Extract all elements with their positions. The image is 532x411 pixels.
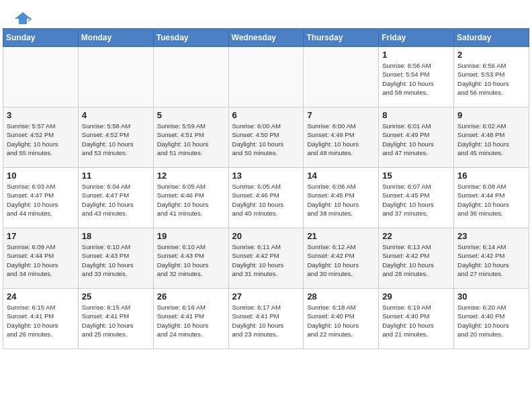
day-number: 14 [307,171,375,181]
day-info: Sunrise: 6:20 AM Sunset: 4:40 PM Dayligh… [457,303,525,338]
calendar-body: 1Sunrise: 6:56 AM Sunset: 5:54 PM Daylig… [3,47,529,349]
day-number: 27 [232,291,300,302]
day-number: 29 [382,291,450,302]
day-cell: 18Sunrise: 6:10 AM Sunset: 4:43 PM Dayli… [78,228,153,289]
day-cell: 8Sunrise: 6:01 AM Sunset: 4:49 PM Daylig… [379,107,454,168]
day-number: 7 [307,110,375,120]
day-cell: 10Sunrise: 6:03 AM Sunset: 4:47 PM Dayli… [3,168,79,228]
day-cell [3,47,79,107]
day-info: Sunrise: 6:07 AM Sunset: 4:45 PM Dayligh… [382,182,450,218]
day-number: 18 [82,231,150,241]
day-info: Sunrise: 6:05 AM Sunset: 4:46 PM Dayligh… [157,182,225,218]
day-number: 28 [307,291,375,302]
day-info: Sunrise: 5:59 AM Sunset: 4:51 PM Dayligh… [157,122,225,157]
day-cell: 6Sunrise: 6:00 AM Sunset: 4:50 PM Daylig… [228,107,304,168]
day-info: Sunrise: 6:02 AM Sunset: 4:48 PM Dayligh… [457,122,525,157]
day-info: Sunrise: 6:15 AM Sunset: 4:41 PM Dayligh… [82,303,150,338]
day-cell: 13Sunrise: 6:05 AM Sunset: 4:46 PM Dayli… [228,168,304,228]
day-number: 26 [157,291,225,302]
day-cell: 22Sunrise: 6:13 AM Sunset: 4:42 PM Dayli… [379,228,454,289]
week-row-2: 3Sunrise: 5:57 AM Sunset: 4:52 PM Daylig… [3,107,529,168]
day-cell: 24Sunrise: 6:15 AM Sunset: 4:41 PM Dayli… [3,289,79,349]
day-cell: 11Sunrise: 6:04 AM Sunset: 4:47 PM Dayli… [78,168,153,228]
day-number: 13 [232,171,300,181]
day-info: Sunrise: 6:09 AM Sunset: 4:44 PM Dayligh… [7,242,75,278]
header-cell-monday: Monday [78,29,153,47]
day-number: 8 [382,110,450,120]
day-cell [153,47,228,107]
day-info: Sunrise: 6:15 AM Sunset: 4:41 PM Dayligh… [7,303,75,338]
day-info: Sunrise: 6:18 AM Sunset: 4:40 PM Dayligh… [307,303,375,338]
day-cell: 25Sunrise: 6:15 AM Sunset: 4:41 PM Dayli… [78,289,153,349]
day-info: Sunrise: 6:13 AM Sunset: 4:42 PM Dayligh… [382,242,450,278]
day-cell [78,47,153,107]
header-cell-wednesday: Wednesday [228,29,304,47]
day-cell: 14Sunrise: 6:06 AM Sunset: 4:45 PM Dayli… [304,168,379,228]
calendar-table: SundayMondayTuesdayWednesdayThursdayFrid… [3,28,529,349]
day-info: Sunrise: 6:17 AM Sunset: 4:41 PM Dayligh… [232,303,300,338]
day-cell: 9Sunrise: 6:02 AM Sunset: 4:48 PM Daylig… [454,107,529,168]
day-info: Sunrise: 6:14 AM Sunset: 4:42 PM Dayligh… [457,242,525,278]
day-info: Sunrise: 6:56 AM Sunset: 5:54 PM Dayligh… [382,61,450,97]
day-cell: 28Sunrise: 6:18 AM Sunset: 4:40 PM Dayli… [304,289,379,349]
day-info: Sunrise: 6:10 AM Sunset: 4:43 PM Dayligh… [82,242,150,278]
day-cell [228,47,304,107]
header-cell-sunday: Sunday [3,29,79,47]
day-number: 30 [457,291,525,302]
day-number: 12 [157,171,225,181]
page-header [0,0,532,28]
day-number: 4 [82,110,150,120]
day-number: 19 [157,231,225,241]
day-info: Sunrise: 6:11 AM Sunset: 4:42 PM Dayligh… [232,242,300,278]
day-cell: 30Sunrise: 6:20 AM Sunset: 4:40 PM Dayli… [454,289,529,349]
day-info: Sunrise: 5:57 AM Sunset: 4:52 PM Dayligh… [7,122,75,157]
day-cell [304,47,379,107]
day-number: 11 [82,171,150,181]
day-cell: 27Sunrise: 6:17 AM Sunset: 4:41 PM Dayli… [228,289,304,349]
day-number: 22 [382,231,450,241]
day-info: Sunrise: 6:05 AM Sunset: 4:46 PM Dayligh… [232,182,300,218]
day-info: Sunrise: 6:16 AM Sunset: 4:41 PM Dayligh… [157,303,225,338]
day-cell: 21Sunrise: 6:12 AM Sunset: 4:42 PM Dayli… [304,228,379,289]
header-cell-thursday: Thursday [304,29,379,47]
day-info: Sunrise: 5:58 AM Sunset: 4:52 PM Dayligh… [82,122,150,157]
day-cell: 1Sunrise: 6:56 AM Sunset: 5:54 PM Daylig… [379,47,454,107]
week-row-4: 17Sunrise: 6:09 AM Sunset: 4:44 PM Dayli… [3,228,529,289]
day-number: 20 [232,231,300,241]
day-number: 9 [457,110,525,120]
day-info: Sunrise: 6:56 AM Sunset: 5:53 PM Dayligh… [457,61,525,97]
day-cell: 12Sunrise: 6:05 AM Sunset: 4:46 PM Dayli… [153,168,228,228]
day-info: Sunrise: 6:19 AM Sunset: 4:40 PM Dayligh… [382,303,450,338]
calendar-wrapper: SundayMondayTuesdayWednesdayThursdayFrid… [0,28,532,352]
day-cell: 19Sunrise: 6:10 AM Sunset: 4:43 PM Dayli… [153,228,228,289]
day-info: Sunrise: 6:08 AM Sunset: 4:44 PM Dayligh… [457,182,525,218]
day-cell: 2Sunrise: 6:56 AM Sunset: 5:53 PM Daylig… [454,47,529,107]
day-info: Sunrise: 6:00 AM Sunset: 4:50 PM Dayligh… [232,122,300,157]
day-number: 16 [457,171,525,181]
day-number: 2 [457,50,525,60]
day-number: 1 [382,50,450,60]
day-cell: 20Sunrise: 6:11 AM Sunset: 4:42 PM Dayli… [228,228,304,289]
day-number: 21 [307,231,375,241]
day-cell: 15Sunrise: 6:07 AM Sunset: 4:45 PM Dayli… [379,168,454,228]
logo-icon [13,11,32,26]
header-cell-saturday: Saturday [454,29,529,47]
logo [13,11,35,26]
day-cell: 16Sunrise: 6:08 AM Sunset: 4:44 PM Dayli… [454,168,529,228]
calendar-header: SundayMondayTuesdayWednesdayThursdayFrid… [3,29,529,47]
week-row-5: 24Sunrise: 6:15 AM Sunset: 4:41 PM Dayli… [3,289,529,349]
day-number: 17 [7,231,75,241]
day-info: Sunrise: 6:04 AM Sunset: 4:47 PM Dayligh… [82,182,150,218]
week-row-3: 10Sunrise: 6:03 AM Sunset: 4:47 PM Dayli… [3,168,529,228]
day-info: Sunrise: 6:10 AM Sunset: 4:43 PM Dayligh… [157,242,225,278]
day-cell: 26Sunrise: 6:16 AM Sunset: 4:41 PM Dayli… [153,289,228,349]
day-number: 6 [232,110,300,120]
day-number: 24 [7,291,75,302]
day-info: Sunrise: 6:01 AM Sunset: 4:49 PM Dayligh… [382,122,450,157]
day-cell: 5Sunrise: 5:59 AM Sunset: 4:51 PM Daylig… [153,107,228,168]
day-info: Sunrise: 6:00 AM Sunset: 4:49 PM Dayligh… [307,122,375,157]
day-number: 5 [157,110,225,120]
day-cell: 4Sunrise: 5:58 AM Sunset: 4:52 PM Daylig… [78,107,153,168]
day-cell: 3Sunrise: 5:57 AM Sunset: 4:52 PM Daylig… [3,107,79,168]
day-info: Sunrise: 6:06 AM Sunset: 4:45 PM Dayligh… [307,182,375,218]
